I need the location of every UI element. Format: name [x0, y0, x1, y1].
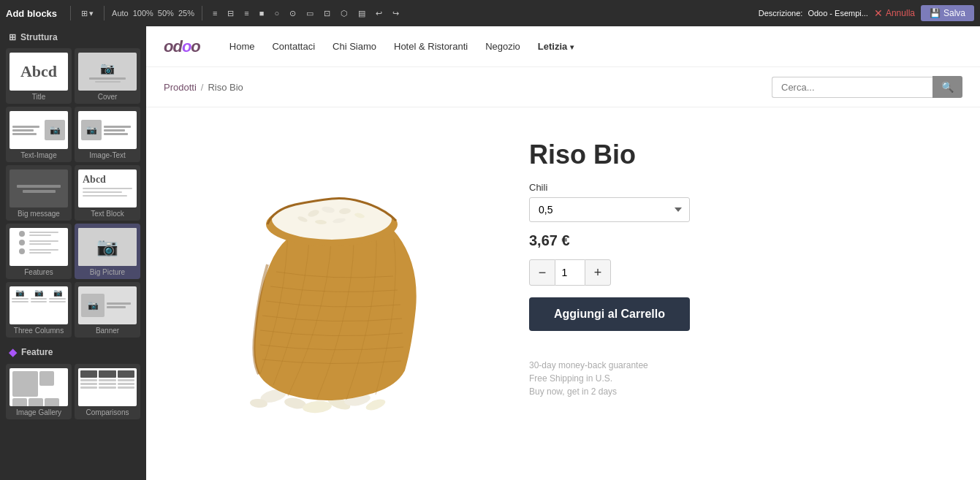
link-button[interactable]: ⬡ — [338, 7, 351, 20]
view-toggle-arrow: ▾ — [89, 9, 94, 18]
block-preview-image-text: 📷 — [78, 111, 137, 149]
save-icon: 💾 — [930, 8, 941, 18]
align-left-button[interactable]: ≡ — [210, 7, 220, 19]
redo-icon: ↪ — [392, 9, 399, 18]
banner-img: 📷 — [81, 294, 105, 317]
qty-minus-button[interactable]: − — [529, 259, 555, 286]
col3-camera-icon: 📷 — [53, 289, 62, 297]
gear-button[interactable]: ⊙ — [286, 7, 299, 20]
align-center-button[interactable]: ⊟ — [224, 7, 237, 20]
col2-line-2 — [31, 301, 48, 302]
qty-plus-button[interactable]: + — [585, 259, 611, 286]
block-item-title[interactable]: Abcd Title — [6, 48, 72, 104]
block-item-banner[interactable]: 📷 Banner — [75, 282, 140, 338]
add-to-cart-button[interactable]: Aggiungi al Carrello — [529, 297, 690, 331]
block-item-cover[interactable]: 📷 Cover — [75, 48, 140, 104]
toolbar-sep-2 — [104, 6, 105, 20]
nav-bar: odoo Home Contattaci Chi Siamo Hotel & R… — [146, 26, 980, 67]
blocks-grid: Abcd Title 📷 Cover — [0, 45, 146, 340]
tb-line-3 — [83, 195, 127, 197]
block-label-cover: Cover — [77, 93, 137, 101]
fl-1 — [29, 232, 58, 233]
ti-image: 📷 — [45, 120, 65, 140]
col2-line-1 — [31, 298, 48, 300]
view-toggle-button[interactable]: ⊞ ▾ — [78, 7, 96, 20]
block-preview-big-message — [10, 169, 68, 207]
zoom-25[interactable]: 25% — [178, 9, 194, 18]
annulla-button[interactable]: ✕ Annulla — [874, 7, 915, 19]
cover-camera-icon: 📷 — [100, 61, 115, 75]
nav-letizia[interactable]: Letizia — [538, 41, 574, 52]
square-button[interactable]: ■ — [257, 7, 267, 19]
tb-title: Abcd — [83, 174, 132, 186]
align-right-button[interactable]: ≡ — [241, 7, 251, 19]
image-text-preview: 📷 — [78, 111, 137, 149]
table-icon: ⊡ — [324, 9, 330, 18]
feat-row-1 — [19, 231, 58, 237]
zoom-50[interactable]: 50% — [158, 9, 174, 18]
tb-line-2 — [83, 191, 122, 193]
nav-hotel[interactable]: Hotel & Ristoranti — [394, 41, 468, 52]
banner-lines — [107, 302, 134, 308]
ti-line-3 — [12, 133, 37, 135]
nav-contattaci[interactable]: Contattaci — [272, 41, 315, 52]
block-item-text-block[interactable]: Abcd Text Block — [75, 165, 140, 221]
guarantee-3: Buy now, get in 2 days — [529, 386, 962, 397]
block-preview-title: Abcd — [10, 53, 68, 91]
block-preview-image-gallery — [10, 368, 68, 406]
search-bar: 🔍 — [772, 76, 962, 98]
cmp-header-2 — [99, 370, 115, 378]
col-2: 📷 — [31, 289, 48, 322]
nav-home[interactable]: Home — [229, 41, 255, 52]
block-label-image-text: Image-Text — [77, 151, 137, 159]
cmp-header-1 — [80, 370, 97, 378]
plus-icon: + — [594, 265, 602, 281]
svg-point-2 — [302, 400, 332, 414]
feat-row-3 — [19, 248, 58, 254]
circle-button[interactable]: ○ — [271, 7, 282, 19]
qty-input[interactable] — [555, 259, 585, 286]
page-header: Prodotti / Riso Bio 🔍 — [146, 67, 980, 107]
search-input[interactable] — [772, 77, 932, 98]
minus-icon: − — [539, 265, 547, 281]
table-button[interactable]: ⊡ — [321, 7, 333, 20]
block-item-big-message[interactable]: Big message — [6, 165, 72, 221]
struttura-section-header: ⊞ Struttura — [0, 26, 146, 45]
grid-button[interactable]: ▤ — [355, 7, 368, 20]
block-item-three-columns[interactable]: 📷 📷 📷 — [6, 282, 72, 338]
redo-button[interactable]: ↪ — [390, 7, 402, 20]
gal-item-5 — [45, 398, 59, 406]
main-layout: ⊞ Struttura Abcd Title 📷 — [0, 26, 980, 480]
gal-item-3 — [12, 398, 27, 406]
image-icon: ▭ — [306, 9, 314, 18]
block-label-big-picture: Big Picture — [77, 268, 137, 276]
guarantee-2: Free Shipping in U.S. — [529, 373, 962, 384]
logo-text: od — [164, 37, 182, 56]
nav-chi-siamo[interactable]: Chi Siamo — [333, 41, 376, 52]
feat-lines-3 — [29, 249, 58, 254]
view-toggle-icon: ⊞ — [81, 9, 88, 18]
block-item-image-text[interactable]: 📷 Image-Text — [75, 107, 140, 162]
undo-button[interactable]: ↩ — [373, 7, 385, 20]
block-label-text-image: Text-Image — [9, 151, 69, 159]
block-item-image-gallery[interactable]: Image Gallery — [6, 364, 72, 419]
product-name: Riso Bio — [529, 140, 962, 170]
block-item-features[interactable]: Features — [6, 224, 72, 279]
zoom-auto[interactable]: Auto — [112, 9, 129, 18]
salva-button[interactable]: 💾 Salva — [921, 5, 974, 21]
breadcrumb-separator: / — [201, 82, 204, 93]
bp-camera-icon: 📷 — [96, 237, 118, 257]
feature-label: Feature — [21, 347, 53, 357]
cover-line-2 — [95, 81, 121, 83]
image-button[interactable]: ▭ — [303, 7, 316, 20]
search-button[interactable]: 🔍 — [932, 76, 962, 98]
cmp-line-1c — [80, 386, 97, 389]
block-item-comparisons[interactable]: Comparisons — [75, 364, 140, 419]
breadcrumb-parent[interactable]: Prodotti — [164, 82, 197, 93]
product-variant-select[interactable]: 0,5 1 2 5 — [529, 197, 690, 222]
block-item-text-image[interactable]: 📷 Text-Image — [6, 107, 72, 162]
nav-negozio[interactable]: Negozio — [485, 41, 520, 52]
block-item-big-picture[interactable]: 📷 Big Picture — [75, 224, 140, 279]
zoom-100[interactable]: 100% — [133, 9, 153, 18]
block-preview-three-columns: 📷 📷 📷 — [10, 286, 68, 324]
